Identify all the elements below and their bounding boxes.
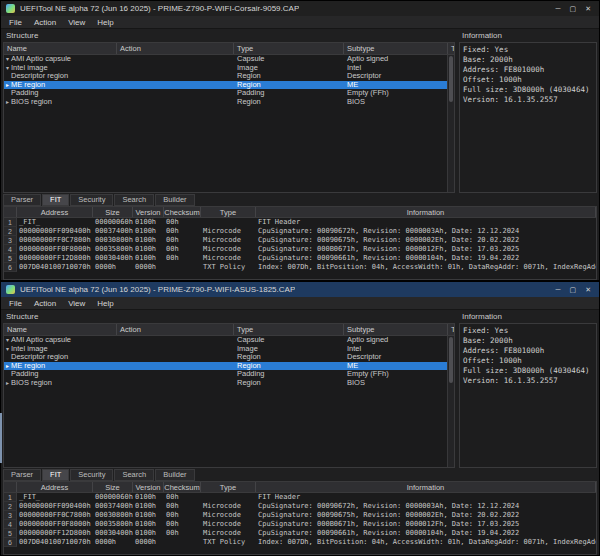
- tree-col-name[interactable]: Name: [4, 324, 117, 335]
- minimize-button[interactable]: ─: [556, 1, 561, 16]
- menu-action[interactable]: Action: [28, 18, 62, 27]
- tree-row-intel-image[interactable]: ▾Intel image Image Intel: [4, 345, 454, 354]
- fit-cell-size: 00037400h: [93, 227, 133, 236]
- tree-col-subtype[interactable]: Subtype: [344, 43, 448, 54]
- menu-file[interactable]: File: [3, 299, 28, 308]
- fit-row[interactable]: 4 00000000FF0F8000h 00035800h 0100h 00h …: [4, 245, 596, 254]
- tree-row-me-region[interactable]: ▸ME region Region ME: [4, 81, 454, 90]
- row-number: 3: [4, 236, 17, 245]
- row-number: 2: [4, 227, 17, 236]
- fit-row[interactable]: 1 _FIT_ 00000060h 0100h 00h FIT Header: [4, 493, 596, 502]
- menu-help[interactable]: Help: [91, 299, 119, 308]
- close-button[interactable]: ✕: [585, 282, 591, 297]
- fit-row[interactable]: 4 00000000FF0F8000h 00035800h 0100h 00h …: [4, 520, 596, 529]
- fit-col-size[interactable]: Size: [93, 207, 133, 217]
- tree-row-intel-image[interactable]: ▾Intel image Image Intel: [4, 64, 454, 73]
- structure-tree: Name Action Type Subtype Te ▾AMI Aptio c…: [3, 323, 455, 468]
- fit-col-version[interactable]: Version: [133, 207, 164, 217]
- fit-row[interactable]: 5 00000000FF12D800h 00030400h 0100h 00h …: [4, 529, 596, 538]
- tree-row-capsule[interactable]: ▾AMI Aptio capsule Capsule Aptio signed: [4, 55, 454, 64]
- tree-cell-subtype: Intel: [344, 64, 448, 73]
- tab-search[interactable]: Search: [114, 194, 154, 206]
- fit-col-checksum[interactable]: Checksum: [164, 207, 201, 217]
- menu-view[interactable]: View: [62, 18, 91, 27]
- fit-row[interactable]: 1 _FIT_ 00000060h 0100h 00h FIT Header: [4, 218, 596, 227]
- expander-open-icon[interactable]: ▾: [4, 55, 11, 64]
- tree-col-text[interactable]: Te: [448, 324, 455, 335]
- tree-cell-subtype: Descriptor: [344, 353, 448, 362]
- tree-cell-subtype: BIOS: [344, 379, 448, 388]
- titlebar[interactable]: UEFITool NE alpha 72 (Jun 16 2025) - PRI…: [1, 282, 599, 297]
- expander-closed-icon[interactable]: ▸: [4, 362, 11, 371]
- maximize-button[interactable]: ▢: [570, 1, 577, 16]
- tree-col-text[interactable]: Te: [448, 43, 455, 54]
- tree-col-action[interactable]: Action: [117, 324, 234, 335]
- minimize-button[interactable]: ─: [556, 282, 561, 297]
- tab-parser[interactable]: Parser: [3, 469, 41, 481]
- scrollbar-thumb[interactable]: [449, 56, 453, 102]
- tree-row-bios-region[interactable]: ▸BIOS region Region BIOS: [4, 379, 454, 388]
- fit-row[interactable]: 6 007D040100710070h 0000h 0000h TXT Poli…: [4, 538, 596, 547]
- tree-row-padding[interactable]: Padding Padding Empty (FFh): [4, 370, 454, 379]
- expander-open-icon[interactable]: ▾: [4, 336, 11, 345]
- fit-cell-version: 0100h: [133, 520, 164, 529]
- expander-closed-icon[interactable]: ▸: [4, 379, 11, 388]
- tree-col-type[interactable]: Type: [234, 324, 344, 335]
- tree-row-descriptor-region[interactable]: Descriptor region Region Descriptor: [4, 72, 454, 81]
- tab-parser[interactable]: Parser: [3, 194, 41, 206]
- tree-row-me-region[interactable]: ▸ME region Region ME: [4, 362, 454, 371]
- fit-row[interactable]: 3 00000000FF0C7800h 00030800h 0100h 00h …: [4, 236, 596, 245]
- tree-scrollbar[interactable]: [447, 55, 454, 192]
- fit-cell-checksum: 00h: [164, 520, 201, 529]
- row-number: 5: [4, 254, 17, 263]
- fit-row[interactable]: 2 00000000FF090400h 00037400h 0100h 00h …: [4, 227, 596, 236]
- maximize-button[interactable]: ▢: [570, 282, 577, 297]
- tree-row-descriptor-region[interactable]: Descriptor region Region Descriptor: [4, 353, 454, 362]
- fit-col-checksum[interactable]: Checksum: [164, 482, 201, 492]
- tree-cell-type: Image: [234, 345, 344, 354]
- fit-cell-type: TXT Policy: [201, 538, 256, 547]
- tab-fit[interactable]: FIT: [42, 469, 69, 481]
- fit-col-version[interactable]: Version: [133, 482, 164, 492]
- expander-open-icon[interactable]: ▾: [4, 64, 11, 73]
- tree-row-padding[interactable]: Padding Padding Empty (FFh): [4, 89, 454, 98]
- fit-row[interactable]: 2 00000000FF090400h 00037400h 0100h 00h …: [4, 502, 596, 511]
- fit-col-type[interactable]: Type: [201, 482, 256, 492]
- tab-builder[interactable]: Builder: [155, 194, 194, 206]
- expander-closed-icon[interactable]: ▸: [4, 81, 11, 90]
- tree-row-capsule[interactable]: ▾AMI Aptio capsule Capsule Aptio signed: [4, 336, 454, 345]
- close-button[interactable]: ✕: [585, 1, 591, 16]
- menu-view[interactable]: View: [62, 299, 91, 308]
- fit-row[interactable]: 3 00000000FF0C7800h 00030800h 0100h 00h …: [4, 511, 596, 520]
- fit-col-type[interactable]: Type: [201, 207, 256, 217]
- tree-col-type[interactable]: Type: [234, 43, 344, 54]
- tab-fit[interactable]: FIT: [42, 194, 69, 206]
- menu-file[interactable]: File: [3, 18, 28, 27]
- fit-col-size[interactable]: Size: [93, 482, 133, 492]
- fit-row[interactable]: 6 007D040100710070h 0000h 0000h TXT Poli…: [4, 263, 596, 272]
- tab-security[interactable]: Security: [70, 194, 113, 206]
- tree-col-name[interactable]: Name: [4, 43, 117, 54]
- tree-cell-subtype: Intel: [344, 345, 448, 354]
- menu-action[interactable]: Action: [28, 299, 62, 308]
- tab-builder[interactable]: Builder: [155, 469, 194, 481]
- fit-row[interactable]: 5 00000000FF12D800h 00030400h 0100h 00h …: [4, 254, 596, 263]
- expander-closed-icon[interactable]: ▸: [4, 98, 11, 107]
- tree-col-subtype[interactable]: Subtype: [344, 324, 448, 335]
- window-controls: ─ ▢ ✕: [556, 1, 594, 16]
- expander-open-icon[interactable]: ▾: [4, 345, 11, 354]
- fit-col-information[interactable]: Information: [256, 207, 596, 217]
- fit-cell-type: [201, 493, 256, 502]
- menu-help[interactable]: Help: [91, 18, 119, 27]
- tree-col-action[interactable]: Action: [117, 43, 234, 54]
- scrollbar-thumb[interactable]: [449, 337, 453, 383]
- fit-col-information[interactable]: Information: [256, 482, 596, 492]
- tab-search[interactable]: Search: [114, 469, 154, 481]
- tab-security[interactable]: Security: [70, 469, 113, 481]
- fit-col-address[interactable]: Address: [17, 207, 93, 217]
- fit-col-address[interactable]: Address: [17, 482, 93, 492]
- titlebar[interactable]: UEFITool NE alpha 72 (Jun 16 2025) - PRI…: [1, 1, 599, 16]
- tree-scrollbar[interactable]: [447, 336, 454, 467]
- tree-row-bios-region[interactable]: ▸BIOS region Region BIOS: [4, 98, 454, 107]
- panel-labels: Structure Information: [1, 29, 599, 42]
